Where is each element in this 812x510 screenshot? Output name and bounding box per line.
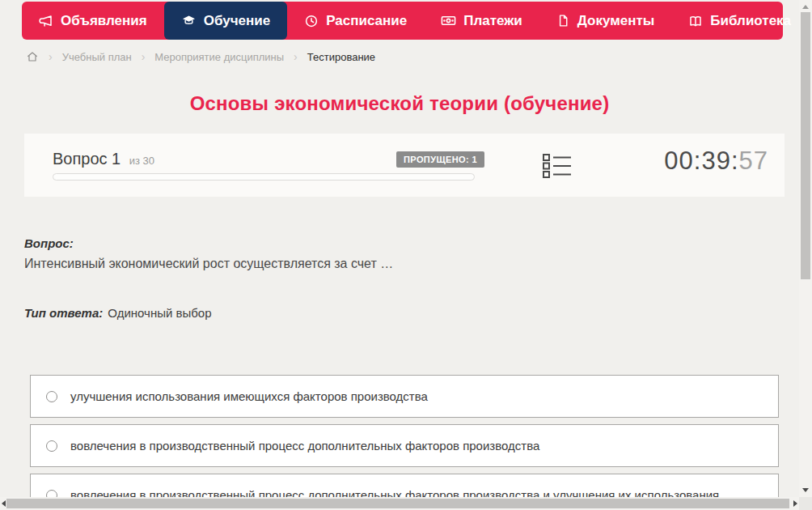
answer-type-label: Тип ответа: bbox=[24, 306, 103, 320]
breadcrumb: › Учебный план › Мероприятие дисциплины … bbox=[26, 50, 375, 63]
nav-item-schedule[interactable]: Расписание bbox=[287, 2, 424, 40]
skipped-badge: ПРОПУЩЕНО: 1 bbox=[396, 151, 484, 168]
home-icon[interactable] bbox=[26, 50, 39, 63]
chevron-right-icon: › bbox=[49, 51, 53, 62]
answer-type-value: Одиночный выбор bbox=[108, 306, 211, 320]
document-icon bbox=[556, 14, 570, 28]
nav-item-label: Платежи bbox=[463, 13, 522, 29]
question-total: из 30 bbox=[129, 155, 154, 167]
scrollbar-corner bbox=[799, 497, 812, 510]
vertical-scrollbar-thumb[interactable] bbox=[801, 12, 810, 279]
answer-option-2[interactable]: вовлечения в производственный процесс до… bbox=[30, 424, 779, 467]
graduation-cap-icon bbox=[181, 13, 197, 28]
quiz-header-panel: Вопрос 1 из 30 ПРОПУЩЕНО: 1 00:39:57 bbox=[24, 134, 785, 197]
nav-item-documents[interactable]: Документы bbox=[539, 2, 672, 40]
question-counter: Вопрос 1 из 30 bbox=[53, 150, 154, 168]
nav-item-label: Библиотека bbox=[710, 13, 791, 29]
chevron-right-icon: › bbox=[142, 51, 146, 62]
scroll-right-icon[interactable] bbox=[793, 500, 797, 507]
answer-option-label: вовлечения в производственный процесс до… bbox=[70, 439, 539, 453]
clock-icon bbox=[304, 14, 319, 28]
question-text: Интенсивный экономический рост осуществл… bbox=[24, 257, 393, 271]
quiz-timer: 00:39:57 bbox=[664, 147, 768, 176]
breadcrumb-discipline-event[interactable]: Мероприятие дисциплины bbox=[154, 51, 284, 63]
question-list-icon[interactable] bbox=[542, 153, 573, 179]
breadcrumb-testing: Тестирование bbox=[307, 51, 375, 63]
nav-item-announcements[interactable]: Объявления bbox=[22, 2, 164, 40]
nav-item-learning[interactable]: Обучение bbox=[164, 2, 287, 40]
vertical-scrollbar[interactable] bbox=[799, 0, 812, 497]
answer-options: улучшения использования имеющихся фактор… bbox=[30, 375, 779, 510]
scroll-down-icon[interactable] bbox=[802, 488, 809, 492]
answer-option-label: улучшения использования имеющихся фактор… bbox=[70, 389, 428, 403]
radio-icon[interactable] bbox=[46, 440, 57, 452]
chevron-right-icon: › bbox=[294, 51, 298, 62]
nav-item-library[interactable]: Библиотека bbox=[671, 2, 812, 40]
timer-main: 00:39: bbox=[664, 147, 738, 175]
nav-item-label: Документы bbox=[577, 13, 655, 29]
book-icon bbox=[688, 14, 703, 28]
nav-item-label: Обучение bbox=[204, 13, 270, 29]
banknote-icon bbox=[441, 13, 456, 28]
nav-item-label: Расписание bbox=[326, 13, 407, 29]
scroll-up-icon[interactable] bbox=[802, 5, 809, 9]
radio-icon[interactable] bbox=[46, 391, 57, 402]
quiz-page: Объявления Обучение Расписание bbox=[0, 0, 812, 510]
main-navbar: Объявления Обучение Расписание bbox=[22, 2, 783, 40]
answer-option-1[interactable]: улучшения использования имеющихся фактор… bbox=[30, 375, 779, 418]
breadcrumb-study-plan[interactable]: Учебный план bbox=[62, 51, 132, 63]
scroll-left-icon[interactable] bbox=[2, 500, 6, 507]
question-heading: Вопрос: bbox=[24, 236, 74, 250]
page-title: Основы экономической теории (обучение) bbox=[0, 92, 799, 115]
timer-seconds: 57 bbox=[739, 147, 768, 175]
answer-type-line: Тип ответа:Одиночный выбор bbox=[24, 306, 212, 320]
horizontal-scrollbar-thumb[interactable] bbox=[6, 499, 789, 508]
megaphone-icon bbox=[39, 14, 53, 28]
quiz-progress-bar bbox=[53, 173, 475, 181]
nav-item-label: Объявления bbox=[61, 13, 147, 29]
question-number: Вопрос 1 bbox=[53, 150, 121, 168]
nav-item-payments[interactable]: Платежи bbox=[424, 2, 539, 40]
horizontal-scrollbar[interactable] bbox=[0, 497, 799, 510]
